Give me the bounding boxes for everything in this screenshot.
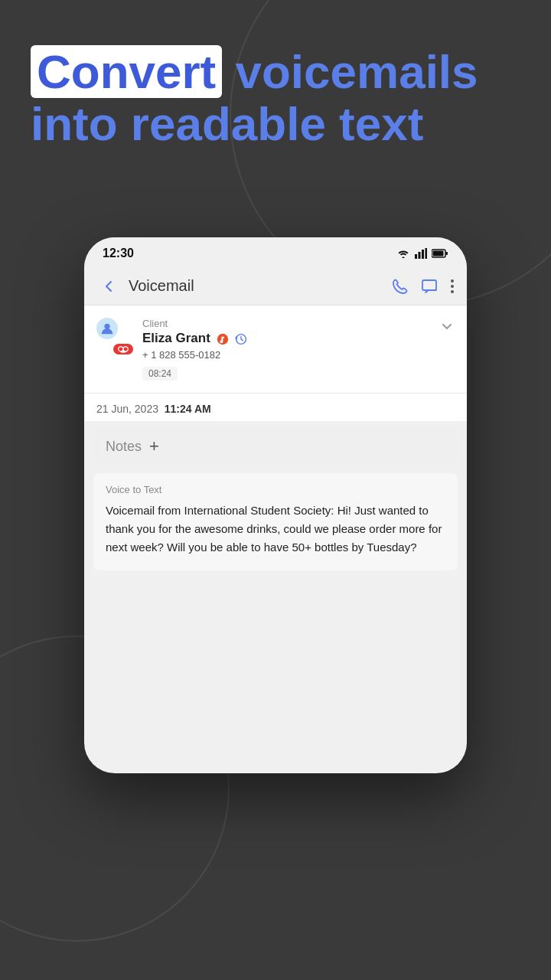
vtt-text: Voicemail from International Student Soc…: [106, 501, 445, 557]
svg-rect-1: [419, 252, 421, 259]
hero-rest-line1: voicemails: [222, 45, 478, 98]
signal-icon: [415, 248, 427, 259]
more-button[interactable]: [450, 276, 455, 296]
svg-rect-2: [422, 250, 424, 259]
hero-line2: into readable text: [31, 97, 423, 150]
svg-point-13: [123, 347, 128, 351]
voicemail-badge: [113, 344, 133, 354]
history-icon: [235, 332, 247, 345]
svg-rect-0: [415, 254, 417, 259]
voicemail-date: 21 Jun, 2023: [96, 403, 158, 415]
contact-info: Client Eliza Grant: [142, 318, 247, 381]
contact-card: Client Eliza Grant: [84, 305, 467, 394]
app-bar-title: Voicemail: [129, 277, 384, 295]
svg-rect-14: [121, 351, 126, 352]
contact-name-row: Eliza Grant: [142, 331, 247, 346]
contact-phone: + 1 828 555-0182: [142, 349, 247, 361]
hubspot-icon: [217, 332, 229, 345]
status-bar: 12:30: [84, 237, 467, 266]
app-bar: Voicemail: [84, 266, 467, 305]
contact-left: Client Eliza Grant: [96, 318, 247, 381]
svg-rect-3: [425, 248, 428, 259]
expand-button[interactable]: [439, 318, 455, 334]
hero-highlight-word: Convert: [31, 45, 222, 98]
notes-section: Notes +: [93, 427, 458, 466]
hero-section: Convert voicemails into readable text: [0, 46, 551, 150]
notes-label: Notes: [106, 439, 142, 455]
back-button[interactable]: [96, 273, 121, 299]
status-icons: [396, 248, 448, 259]
voice-to-text-card: Voice to Text Voicemail from Internation…: [93, 473, 458, 570]
svg-point-8: [451, 279, 454, 283]
svg-point-9: [451, 285, 454, 288]
svg-rect-5: [433, 251, 444, 256]
chat-button[interactable]: [421, 276, 438, 295]
call-button[interactable]: [392, 276, 409, 295]
svg-rect-6: [446, 252, 448, 255]
person-icon: [96, 318, 118, 339]
status-time: 12:30: [103, 247, 134, 260]
contact-name: Eliza Grant: [142, 331, 210, 346]
contact-type: Client: [142, 318, 247, 329]
notes-add-button[interactable]: +: [149, 436, 159, 456]
app-bar-actions: [392, 276, 455, 296]
svg-point-12: [119, 347, 123, 351]
svg-rect-7: [422, 280, 436, 290]
svg-point-10: [451, 290, 454, 293]
vtt-label: Voice to Text: [106, 484, 445, 495]
svg-point-11: [104, 324, 109, 329]
phone-mockup: 12:30: [84, 237, 467, 773]
date-row: 21 Jun, 2023 11:24 AM: [84, 394, 467, 421]
contact-avatar-wrap: [96, 318, 133, 354]
hero-title: Convert voicemails into readable text: [31, 46, 520, 150]
voicemail-time: 11:24 AM: [165, 403, 211, 415]
battery-icon: [432, 249, 448, 258]
call-duration: 08:24: [142, 367, 178, 381]
wifi-icon: [396, 248, 410, 259]
